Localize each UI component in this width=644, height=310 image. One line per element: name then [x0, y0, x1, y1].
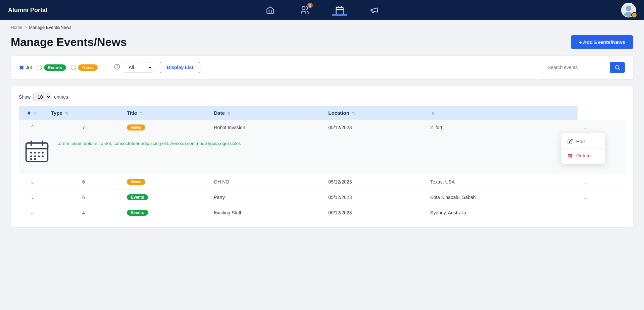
row-date: 05/12/2023	[328, 210, 352, 215]
type-badge: Events	[127, 210, 148, 216]
row-location-cell: Sydney, Australia	[425, 205, 578, 220]
expand-button[interactable]: ⌃	[30, 124, 35, 131]
delete-menu-item[interactable]: Delete	[561, 149, 605, 162]
row-num-cell: 6	[46, 174, 121, 190]
row-num-cell: 4	[46, 205, 121, 220]
expand-cell: ⌄	[19, 190, 46, 205]
filter-bar: All Events News All Display List	[11, 56, 633, 79]
display-list-button[interactable]: Display List	[160, 62, 200, 73]
row-type-cell: News	[121, 174, 208, 190]
expanded-description: Lorem ipsum dolor sit amet, consectetuer…	[56, 139, 241, 147]
row-num: 4	[82, 210, 85, 215]
table-row: ⌄ 6 News OH NO 05/12/2023 Texas, USA	[19, 174, 625, 190]
filter-divider	[106, 63, 106, 72]
more-options-button[interactable]: …	[583, 209, 590, 216]
menu-divider	[561, 148, 605, 149]
table-row: ⌃ 7 News Robot Invasion 05/12/2023 2_for…	[19, 120, 625, 135]
row-title: Exciting Stuff	[214, 210, 241, 215]
row-type-cell: Events	[121, 205, 208, 220]
filter-all-label[interactable]: All	[19, 65, 32, 70]
row-date-cell: 05/12/2023	[323, 190, 425, 205]
search-input[interactable]	[543, 62, 610, 73]
filter-events-radio[interactable]	[37, 65, 42, 70]
nav-calendar-button[interactable]	[332, 4, 347, 16]
add-events-news-button[interactable]: + Add Events/News	[571, 35, 633, 49]
row-actions-cell: …	[578, 205, 625, 220]
nav-users-button[interactable]: 2	[297, 4, 312, 16]
filter-events-label[interactable]: Events	[37, 64, 66, 71]
more-options-button[interactable]: …	[583, 124, 590, 131]
search-button[interactable]	[610, 62, 625, 73]
svg-point-22	[30, 158, 32, 160]
svg-point-17	[42, 152, 44, 154]
nav-megaphone-button[interactable]	[367, 4, 381, 16]
clock-svg	[114, 64, 120, 70]
filter-news-radio[interactable]	[71, 65, 76, 70]
expanded-inner: Lorem ipsum dolor sit amet, consectetuer…	[24, 135, 620, 168]
filter-news-badge: News	[78, 64, 98, 71]
svg-point-20	[38, 155, 40, 157]
page-header: Manage Events/News + Add Events/News	[0, 30, 644, 56]
svg-point-15	[34, 152, 36, 154]
expand-cell: ⌃	[19, 120, 46, 135]
expand-button[interactable]: ⌄	[30, 178, 35, 185]
expand-cell: ⌄	[19, 205, 46, 220]
col-type-label: Type	[51, 110, 62, 116]
more-options-button[interactable]: …	[583, 194, 590, 201]
col-num-label: #	[28, 110, 30, 116]
row-type-cell: Events	[121, 190, 208, 205]
calendar-nav-icon	[335, 6, 344, 15]
breadcrumb-bar: Home > Manage Events/News	[0, 20, 644, 30]
delete-label: Delete	[576, 153, 591, 158]
type-badge: News	[127, 124, 145, 131]
context-menu: Edit Delete	[561, 133, 605, 164]
row-title: OH NO	[214, 179, 229, 185]
row-num: 7	[82, 125, 85, 130]
row-title-cell: Party	[208, 190, 323, 205]
entries-select[interactable]: 10	[33, 93, 51, 101]
expand-button[interactable]: ⌄	[30, 209, 35, 216]
row-title-cell: Robot Invasion	[208, 120, 323, 135]
nav-center: 2	[75, 4, 569, 16]
expanded-content-cell: Lorem ipsum dolor sit amet, consectetuer…	[19, 135, 625, 174]
svg-line-9	[618, 68, 620, 69]
svg-point-5	[626, 6, 631, 11]
col-header-date: Date ⇅	[208, 106, 323, 120]
breadcrumb-home[interactable]: Home	[11, 25, 22, 30]
nav-home-button[interactable]	[263, 4, 277, 16]
col-header-type: Type ⇅	[46, 106, 121, 120]
filter-all-radio[interactable]	[19, 65, 24, 70]
home-icon	[266, 6, 275, 14]
row-location: 2_fort	[430, 125, 442, 130]
sort-icon-title: ⇅	[140, 111, 143, 116]
show-entries-control: Show 10 entries	[19, 93, 625, 101]
table-row: ⌄ 4 Events Exciting Stuff 05/12/2023 Syd…	[19, 205, 625, 220]
row-num: 5	[82, 195, 85, 200]
col-title-label: Title	[127, 110, 137, 116]
expand-button[interactable]: ⌄	[30, 194, 35, 200]
row-date-cell: 05/12/2023	[323, 174, 425, 190]
entries-label: entries	[54, 94, 68, 100]
navbar: Alumni Portal 2	[0, 0, 644, 20]
filter-news-label[interactable]: News	[71, 64, 98, 71]
row-title: Robot Invasion	[214, 125, 245, 130]
more-options-button[interactable]: …	[583, 178, 590, 185]
col-location-label: Location	[328, 110, 349, 116]
avatar-status-badge	[631, 12, 637, 18]
row-date: 05/12/2023	[328, 179, 352, 185]
time-filter-select[interactable]: All	[123, 62, 153, 73]
svg-rect-1	[336, 7, 343, 14]
col-header-actions: ⇅	[425, 106, 578, 120]
table-card: Show 10 entries # ▼ Type ⇅ Title ⇅	[11, 86, 633, 227]
row-num-cell: 7	[46, 120, 121, 135]
avatar[interactable]	[621, 3, 636, 17]
page-title: Manage Events/News	[11, 36, 127, 49]
col-header-title: Title ⇅	[121, 106, 208, 120]
filter-all-text: All	[26, 65, 32, 70]
row-location-cell: 2_fort	[425, 120, 578, 135]
search-box	[543, 62, 625, 73]
edit-menu-item[interactable]: Edit	[561, 135, 605, 148]
table-expanded-row: Lorem ipsum dolor sit amet, consectetuer…	[19, 135, 625, 174]
svg-point-21	[42, 155, 44, 157]
row-num: 6	[82, 179, 85, 185]
